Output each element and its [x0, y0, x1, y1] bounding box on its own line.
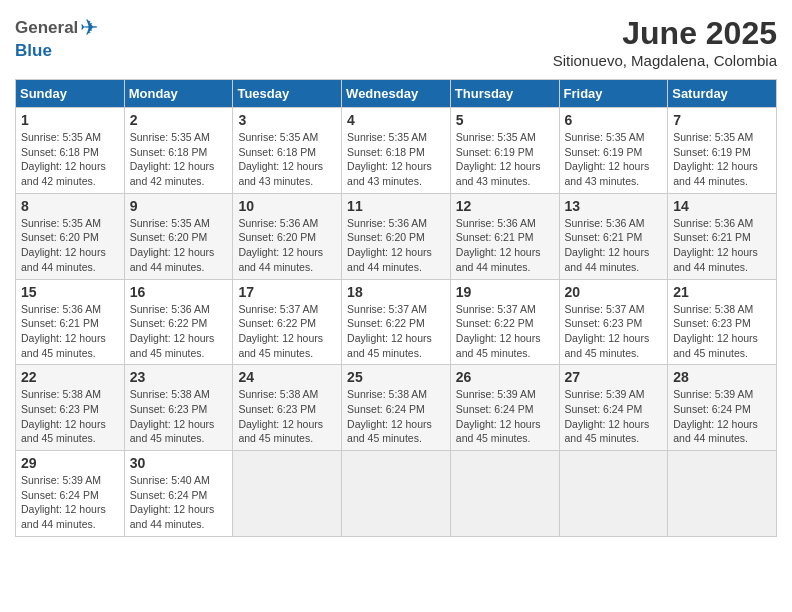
day-number: 21	[673, 284, 771, 300]
calendar-cell: 25Sunrise: 5:38 AM Sunset: 6:24 PM Dayli…	[342, 365, 451, 451]
week-row-2: 8Sunrise: 5:35 AM Sunset: 6:20 PM Daylig…	[16, 193, 777, 279]
day-number: 4	[347, 112, 445, 128]
day-number: 15	[21, 284, 119, 300]
day-number: 9	[130, 198, 228, 214]
day-info: Sunrise: 5:35 AM Sunset: 6:18 PM Dayligh…	[21, 130, 119, 189]
day-number: 27	[565, 369, 663, 385]
day-number: 14	[673, 198, 771, 214]
day-number: 17	[238, 284, 336, 300]
calendar-cell: 24Sunrise: 5:38 AM Sunset: 6:23 PM Dayli…	[233, 365, 342, 451]
calendar-cell: 29Sunrise: 5:39 AM Sunset: 6:24 PM Dayli…	[16, 451, 125, 537]
weekday-header-wednesday: Wednesday	[342, 80, 451, 108]
day-info: Sunrise: 5:38 AM Sunset: 6:24 PM Dayligh…	[347, 387, 445, 446]
calendar-cell: 23Sunrise: 5:38 AM Sunset: 6:23 PM Dayli…	[124, 365, 233, 451]
calendar-cell	[233, 451, 342, 537]
calendar-cell: 12Sunrise: 5:36 AM Sunset: 6:21 PM Dayli…	[450, 193, 559, 279]
calendar-cell	[668, 451, 777, 537]
day-info: Sunrise: 5:39 AM Sunset: 6:24 PM Dayligh…	[565, 387, 663, 446]
day-info: Sunrise: 5:37 AM Sunset: 6:22 PM Dayligh…	[347, 302, 445, 361]
calendar-cell: 26Sunrise: 5:39 AM Sunset: 6:24 PM Dayli…	[450, 365, 559, 451]
day-info: Sunrise: 5:35 AM Sunset: 6:20 PM Dayligh…	[130, 216, 228, 275]
day-number: 28	[673, 369, 771, 385]
day-number: 24	[238, 369, 336, 385]
calendar-cell: 1Sunrise: 5:35 AM Sunset: 6:18 PM Daylig…	[16, 108, 125, 194]
day-info: Sunrise: 5:36 AM Sunset: 6:21 PM Dayligh…	[565, 216, 663, 275]
header: General ✈ Blue June 2025 Sitionuevo, Mag…	[15, 15, 777, 69]
logo: General ✈ Blue	[15, 15, 98, 61]
day-number: 7	[673, 112, 771, 128]
day-number: 13	[565, 198, 663, 214]
day-number: 20	[565, 284, 663, 300]
calendar-cell: 17Sunrise: 5:37 AM Sunset: 6:22 PM Dayli…	[233, 279, 342, 365]
day-info: Sunrise: 5:38 AM Sunset: 6:23 PM Dayligh…	[130, 387, 228, 446]
day-number: 11	[347, 198, 445, 214]
weekday-header-row: SundayMondayTuesdayWednesdayThursdayFrid…	[16, 80, 777, 108]
calendar-cell: 15Sunrise: 5:36 AM Sunset: 6:21 PM Dayli…	[16, 279, 125, 365]
day-info: Sunrise: 5:38 AM Sunset: 6:23 PM Dayligh…	[673, 302, 771, 361]
location-subtitle: Sitionuevo, Magdalena, Colombia	[553, 52, 777, 69]
day-number: 18	[347, 284, 445, 300]
logo-general: General	[15, 18, 78, 38]
calendar-cell: 21Sunrise: 5:38 AM Sunset: 6:23 PM Dayli…	[668, 279, 777, 365]
month-title: June 2025	[553, 15, 777, 52]
calendar-cell	[450, 451, 559, 537]
calendar-cell: 10Sunrise: 5:36 AM Sunset: 6:20 PM Dayli…	[233, 193, 342, 279]
calendar-cell: 11Sunrise: 5:36 AM Sunset: 6:20 PM Dayli…	[342, 193, 451, 279]
day-info: Sunrise: 5:35 AM Sunset: 6:18 PM Dayligh…	[347, 130, 445, 189]
day-info: Sunrise: 5:35 AM Sunset: 6:19 PM Dayligh…	[456, 130, 554, 189]
day-info: Sunrise: 5:39 AM Sunset: 6:24 PM Dayligh…	[456, 387, 554, 446]
weekday-header-sunday: Sunday	[16, 80, 125, 108]
title-area: June 2025 Sitionuevo, Magdalena, Colombi…	[553, 15, 777, 69]
calendar-cell: 5Sunrise: 5:35 AM Sunset: 6:19 PM Daylig…	[450, 108, 559, 194]
week-row-1: 1Sunrise: 5:35 AM Sunset: 6:18 PM Daylig…	[16, 108, 777, 194]
week-row-4: 22Sunrise: 5:38 AM Sunset: 6:23 PM Dayli…	[16, 365, 777, 451]
day-number: 25	[347, 369, 445, 385]
day-number: 2	[130, 112, 228, 128]
day-number: 1	[21, 112, 119, 128]
day-info: Sunrise: 5:37 AM Sunset: 6:22 PM Dayligh…	[456, 302, 554, 361]
day-info: Sunrise: 5:37 AM Sunset: 6:22 PM Dayligh…	[238, 302, 336, 361]
day-number: 30	[130, 455, 228, 471]
day-info: Sunrise: 5:40 AM Sunset: 6:24 PM Dayligh…	[130, 473, 228, 532]
calendar-cell: 28Sunrise: 5:39 AM Sunset: 6:24 PM Dayli…	[668, 365, 777, 451]
day-info: Sunrise: 5:36 AM Sunset: 6:21 PM Dayligh…	[673, 216, 771, 275]
day-number: 8	[21, 198, 119, 214]
day-info: Sunrise: 5:35 AM Sunset: 6:18 PM Dayligh…	[238, 130, 336, 189]
day-number: 12	[456, 198, 554, 214]
day-number: 16	[130, 284, 228, 300]
calendar-cell	[342, 451, 451, 537]
day-info: Sunrise: 5:36 AM Sunset: 6:20 PM Dayligh…	[238, 216, 336, 275]
calendar-cell: 14Sunrise: 5:36 AM Sunset: 6:21 PM Dayli…	[668, 193, 777, 279]
day-number: 6	[565, 112, 663, 128]
calendar-cell: 8Sunrise: 5:35 AM Sunset: 6:20 PM Daylig…	[16, 193, 125, 279]
day-info: Sunrise: 5:37 AM Sunset: 6:23 PM Dayligh…	[565, 302, 663, 361]
day-info: Sunrise: 5:39 AM Sunset: 6:24 PM Dayligh…	[673, 387, 771, 446]
day-info: Sunrise: 5:35 AM Sunset: 6:19 PM Dayligh…	[673, 130, 771, 189]
logo-blue: Blue	[15, 41, 52, 61]
day-info: Sunrise: 5:36 AM Sunset: 6:20 PM Dayligh…	[347, 216, 445, 275]
day-number: 3	[238, 112, 336, 128]
calendar-cell: 18Sunrise: 5:37 AM Sunset: 6:22 PM Dayli…	[342, 279, 451, 365]
calendar-cell: 6Sunrise: 5:35 AM Sunset: 6:19 PM Daylig…	[559, 108, 668, 194]
calendar-cell: 22Sunrise: 5:38 AM Sunset: 6:23 PM Dayli…	[16, 365, 125, 451]
day-info: Sunrise: 5:36 AM Sunset: 6:21 PM Dayligh…	[21, 302, 119, 361]
calendar-cell: 19Sunrise: 5:37 AM Sunset: 6:22 PM Dayli…	[450, 279, 559, 365]
calendar-cell: 9Sunrise: 5:35 AM Sunset: 6:20 PM Daylig…	[124, 193, 233, 279]
week-row-5: 29Sunrise: 5:39 AM Sunset: 6:24 PM Dayli…	[16, 451, 777, 537]
week-row-3: 15Sunrise: 5:36 AM Sunset: 6:21 PM Dayli…	[16, 279, 777, 365]
calendar-cell: 16Sunrise: 5:36 AM Sunset: 6:22 PM Dayli…	[124, 279, 233, 365]
day-info: Sunrise: 5:36 AM Sunset: 6:21 PM Dayligh…	[456, 216, 554, 275]
day-info: Sunrise: 5:35 AM Sunset: 6:20 PM Dayligh…	[21, 216, 119, 275]
day-info: Sunrise: 5:38 AM Sunset: 6:23 PM Dayligh…	[238, 387, 336, 446]
day-number: 19	[456, 284, 554, 300]
calendar-cell: 3Sunrise: 5:35 AM Sunset: 6:18 PM Daylig…	[233, 108, 342, 194]
calendar-cell: 13Sunrise: 5:36 AM Sunset: 6:21 PM Dayli…	[559, 193, 668, 279]
weekday-header-thursday: Thursday	[450, 80, 559, 108]
calendar-table: SundayMondayTuesdayWednesdayThursdayFrid…	[15, 79, 777, 537]
weekday-header-tuesday: Tuesday	[233, 80, 342, 108]
weekday-header-saturday: Saturday	[668, 80, 777, 108]
day-number: 26	[456, 369, 554, 385]
weekday-header-friday: Friday	[559, 80, 668, 108]
calendar-cell: 27Sunrise: 5:39 AM Sunset: 6:24 PM Dayli…	[559, 365, 668, 451]
day-info: Sunrise: 5:36 AM Sunset: 6:22 PM Dayligh…	[130, 302, 228, 361]
